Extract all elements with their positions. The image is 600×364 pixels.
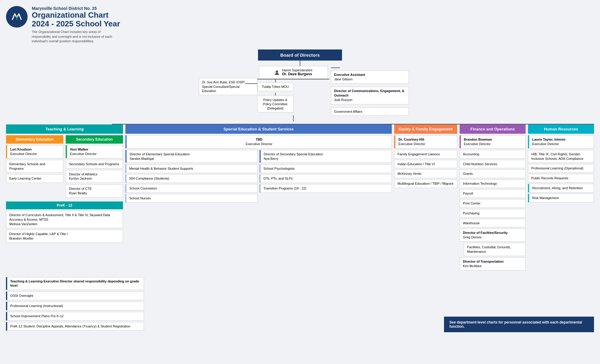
- gov-affairs-box: Government Affairs: [331, 107, 409, 116]
- sec-header: Secondary Education: [66, 135, 123, 144]
- hr-prof-learn-box: Professional Learning (Operational): [528, 164, 594, 173]
- highly-capable-box: Director of Highly Capable, LAP & Title …: [6, 230, 123, 243]
- elem-col: Elementary Education Lori Knudson Execut…: [6, 135, 63, 199]
- dir-facilities-box: Director of Facilties/Security Greg Denn…: [460, 228, 526, 242]
- equity-header: Equity & Family Engagement: [394, 124, 457, 134]
- transition-box: Transition Programs (18 - 22): [260, 184, 392, 193]
- finance-header: Finance and Operations: [460, 124, 526, 134]
- prek12-section: PreK - 12 Director of Curriculum & Asses…: [6, 201, 123, 243]
- equity-exec-box: Dr. Courtney Hill Executive Director: [394, 135, 457, 148]
- elem-sped-dir-box: Director of Elementary Special Education…: [125, 150, 258, 163]
- super-section: Dr. Sue Ann Bube, ESD /OSPI Special Cons…: [6, 66, 594, 121]
- elem-exec-box: Lori Knudson Executive Director: [6, 145, 63, 158]
- v-connector-board: [300, 61, 300, 66]
- super-name: Dr. Dave Burgess: [282, 72, 312, 76]
- sec-col: Secondary Education Voni Walker Executiv…: [66, 135, 123, 199]
- h-connector-right: [331, 67, 340, 68]
- counselors-box: School Counselors: [125, 184, 258, 193]
- header-text: Marysville School District No. 25 Organi…: [32, 6, 120, 43]
- board-center: Board of Directors: [258, 49, 342, 66]
- chart-description: The Organizational Chart includes key ar…: [32, 30, 116, 43]
- 504-box: 504 Compliance (Students): [125, 174, 258, 183]
- prek12-header: PreK - 12: [6, 201, 123, 209]
- equity-section: Equity & Family Engagement Dr. Courtney …: [394, 124, 457, 272]
- sec-schools-box: Secondary Schools and Programs: [66, 160, 123, 169]
- elem-schools-box: Elementary Schools and Programs: [6, 160, 63, 173]
- mhb-box: Mental Health & Behavior Student Support…: [125, 164, 258, 173]
- multilingual-box: Multilingual Education / TBIP / Migrant: [394, 179, 457, 188]
- tulalip-col: Tulalip Tribes MOU Policy Updates & Poli…: [257, 79, 293, 114]
- grants-box: Grants: [460, 169, 526, 178]
- hr-risk-box: Risk Management: [528, 194, 594, 202]
- board-box: Board of Directors: [258, 49, 342, 61]
- header: Marysville School District No. 25 Organi…: [6, 6, 594, 43]
- h-connector-sue: [245, 83, 257, 84]
- sue-ann-box: Dr. Sue Ann Bube, ESD /OSPI Special Cons…: [199, 78, 257, 95]
- bottom-note: See department-level charts for personne…: [444, 317, 594, 332]
- hr-public-records-box: Public Records Requests: [528, 174, 594, 183]
- dir-transport-box: Director of Transportation Kim McAbee: [460, 257, 526, 270]
- super-title: Interim Superintendent: [282, 69, 312, 72]
- sped-right-col: Director of Secondary Special Education …: [260, 150, 392, 204]
- elem-sec-cols: Elementary Education Lori Knudson Execut…: [6, 135, 123, 199]
- nurses-box: School Nurses: [125, 194, 258, 203]
- policy-box: Policy Updates & Policy Committee (Deleg…: [257, 96, 293, 113]
- warehouse-box: Warehouse: [460, 219, 526, 228]
- purchasing-box: Purchasing: [460, 209, 526, 218]
- person-icon: [274, 70, 280, 75]
- page: Marysville School District No. 25 Organi…: [0, 0, 600, 364]
- sec-athletics-box: Director of Athletics Kynlyn Jackson: [66, 170, 123, 183]
- elem-header: Elementary Education: [6, 135, 63, 144]
- v-connector-super: [293, 115, 294, 121]
- school-logo: [6, 6, 28, 28]
- hr-section: Human Resources Laurie Taylor, Interim E…: [528, 124, 594, 272]
- school-name: Marysville School District No. 25: [32, 6, 120, 11]
- sue-ann-area: Dr. Sue Ann Bube, ESD /OSPI Special Cons…: [191, 66, 257, 97]
- curriculum-box: Director of Curriculum & Assessment, Tit…: [6, 211, 123, 228]
- indian-ed-box: Indian Education / Title VI: [394, 160, 457, 169]
- tl-header: Teaching & Learning: [6, 124, 123, 134]
- sped-subcols: Director of Elementary Special Education…: [125, 150, 392, 204]
- chart-title: Organizational Chart2024 - 2025 School Y…: [32, 11, 120, 28]
- it-box: Information Technology: [460, 179, 526, 188]
- dept-headers-row: Teaching & Learning Elementary Education…: [6, 124, 594, 272]
- sec-sped-dir-box: Director of Secondary Special Education …: [260, 150, 392, 163]
- tulalip-box: Tulalip Tribes MOU: [257, 82, 293, 91]
- legend-item-1: OSSI Oversight: [6, 291, 144, 300]
- tulalip-policy-area: Tulalip Tribes MOU Policy Updates & Poli…: [257, 79, 329, 114]
- legend-item-4: PreK-12 Student: Discipline Appeals, Att…: [6, 322, 144, 331]
- early-learning-box: Early Learning Center: [6, 174, 63, 183]
- tl-section: Teaching & Learning Elementary Education…: [6, 124, 123, 272]
- sped-header: Special Education & Student Services: [125, 124, 392, 134]
- mckinney-box: McKinney Vento: [394, 169, 457, 178]
- print-center-box: Print Center: [460, 199, 526, 208]
- sec-cte-box: Director of CTE Ryan Beatty: [66, 184, 123, 198]
- finance-exec-box: Brandon Bowman Executive Director: [460, 135, 526, 148]
- super-block: Interim Superintendent Dr. Dave Burgess: [257, 66, 329, 121]
- payroll-box: Payroll: [460, 189, 526, 198]
- hr-recruitment-box: Recruitment, Hiring, and Retention: [528, 184, 594, 192]
- accounting-box: Accounting: [460, 150, 526, 159]
- ot-pt-box: OTs, PTs, and SLPs: [260, 174, 392, 183]
- hr-exec-box: Laurie Taylor, Interim Executive Directo…: [528, 135, 594, 148]
- child-nutrition-box: Child Nutrition Services: [460, 160, 526, 169]
- board-row: Board of Directors: [6, 49, 594, 66]
- sped-exec-box: TBD Executive Director: [125, 135, 392, 148]
- departments-section: Teaching & Learning Elementary Education…: [6, 124, 594, 272]
- exec-assistant-box: Executive Assistant Jane Gibson: [331, 70, 409, 84]
- sped-section: Special Education & Student Services TBD…: [125, 124, 392, 272]
- svg-point-1: [276, 70, 278, 73]
- chart-top: Board of Directors Dr. Sue Ann Bube, ESD…: [6, 49, 594, 121]
- right-side-boxes: Executive Assistant Jane Gibson Director…: [331, 67, 409, 117]
- psychologists-box: School Psychologists: [260, 164, 392, 173]
- legend-item-0: Teaching & Learning Executive Director s…: [6, 277, 144, 290]
- hr-hib-box: HIB, Title IX, Civil Rights, Gender-Incl…: [528, 150, 594, 163]
- facilities-items-box: Facilities, Custodial, Grounds, Maintena…: [464, 243, 526, 256]
- finance-section: Finance and Operations Brandon Bowman Ex…: [460, 124, 526, 272]
- legend-item-2: Professional Learning (Instructional): [6, 302, 144, 310]
- communications-box: Director of Communications, Engagement, …: [331, 87, 409, 104]
- legend-item-3: School Improvement Plans Pre K-12: [6, 312, 144, 321]
- family-eng-box: Family Engagement Liaisons: [394, 150, 457, 159]
- sped-left-col: Director of Elementary Special Education…: [125, 150, 258, 204]
- sec-exec-box: Voni Walker Executive Director: [66, 145, 123, 158]
